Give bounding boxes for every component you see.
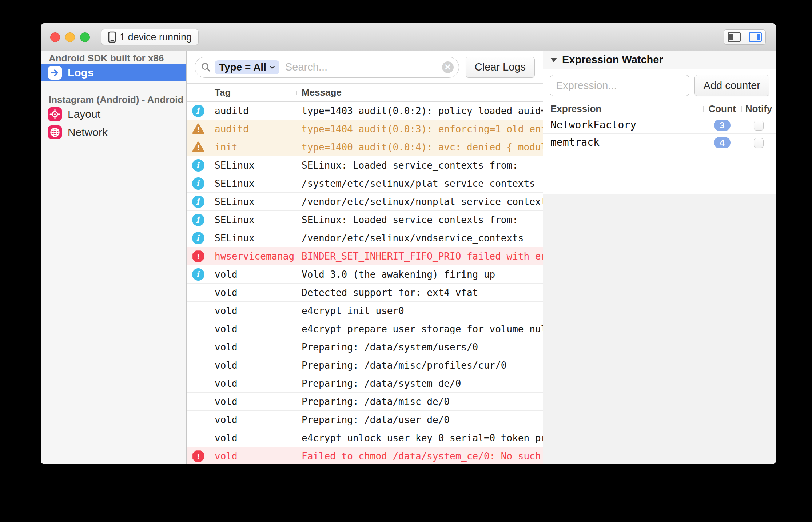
log-row[interactable]: i ! ! vold Vold 3.0 (the awakening) firi… [187, 265, 543, 284]
log-row[interactable]: i ! ! SELinux /system/etc/selinux/plat_s… [187, 174, 543, 193]
clear-logs-label: Clear Logs [475, 61, 526, 73]
log-tag: vold [210, 414, 296, 425]
log-tag: SELinux [210, 214, 296, 225]
zoom-window-button[interactable] [80, 32, 90, 42]
log-row[interactable]: i ! ! init type=1400 audit(0.0:4): avc: … [187, 138, 543, 156]
sidebar-item-logs[interactable]: Logs [41, 64, 186, 81]
notify-checkbox[interactable] [754, 121, 764, 130]
log-row[interactable]: i ! ! vold Preparing: /data/system_de/0 [187, 374, 543, 393]
info-icon: i [192, 105, 204, 117]
log-row[interactable]: i ! ! vold Preparing: /data/misc/profile… [187, 356, 543, 374]
warning-icon: ! [192, 141, 204, 153]
log-tag: vold [210, 451, 296, 462]
log-tag: SELinux [210, 160, 296, 171]
device-selector-label: 1 device running [120, 32, 192, 43]
log-row[interactable]: i ! ! SELinux /vendor/etc/selinux/vndser… [187, 229, 543, 247]
log-row[interactable]: i ! ! vold Preparing: /data/user_de/0 [187, 411, 543, 429]
plugin-sidebar: Android SDK built for x86 Logs Instagram… [41, 51, 187, 464]
search-input[interactable] [285, 61, 442, 73]
right-panel-toggle-button[interactable] [745, 30, 766, 44]
close-window-button[interactable] [50, 32, 60, 42]
watcher-table-body: NetworkFactory 3 memtrack 4 [543, 116, 776, 151]
watcher-column-expression: Expression [543, 103, 703, 115]
log-tag: vold [210, 342, 296, 353]
log-row[interactable]: i ! ! vold e4crypt_prepare_user_storage … [187, 320, 543, 338]
log-row[interactable]: i ! ! auditd type=1403 audit(0.0:2): pol… [187, 102, 543, 120]
log-row[interactable]: i ! ! vold Preparing: /data/misc_de/0 [187, 393, 543, 411]
log-tag: auditd [210, 124, 296, 134]
watcher-row[interactable]: NetworkFactory 3 [543, 116, 776, 134]
svg-text:!: ! [196, 126, 199, 133]
log-row[interactable]: i ! ! SELinux SELinux: Loaded service_co… [187, 156, 543, 174]
log-message: Preparing: /data/system_de/0 [296, 378, 543, 389]
expression-watcher-header[interactable]: Expression Watcher [543, 51, 776, 69]
log-message: e4crypt_init_user0 [296, 305, 543, 316]
watcher-column-count: Count [703, 103, 741, 115]
log-tag: SELinux [210, 196, 296, 207]
info-icon: i [192, 159, 204, 172]
log-message: /system/etc/selinux/plat_service_context… [296, 178, 543, 189]
log-tag: vold [210, 269, 296, 280]
log-message: Detected support for: ext4 vfat [296, 287, 543, 298]
error-icon: ! [192, 450, 204, 462]
info-icon: i [192, 196, 204, 208]
logs-panel: Type = All ✕ Clear Logs Tag Message [187, 51, 543, 464]
expression-watcher-title: Expression Watcher [562, 54, 663, 66]
device-selector-button[interactable]: 1 device running [101, 29, 199, 45]
left-panel-toggle-button[interactable] [724, 30, 745, 44]
expression-input[interactable] [550, 75, 689, 96]
type-filter-label: Type = All [219, 61, 266, 73]
sidebar-item-label: Network [68, 126, 108, 138]
info-icon: i [192, 177, 204, 190]
panel-toggle-group [724, 29, 766, 45]
watcher-expression: memtrack [543, 136, 703, 148]
log-column-message: Message [296, 87, 543, 98]
log-table-body: i ! ! auditd type=1403 audit(0.0:2): pol… [187, 102, 543, 464]
disclosure-triangle-icon [550, 58, 557, 62]
sidebar-item-label: Logs [68, 67, 94, 79]
clear-search-icon[interactable]: ✕ [442, 61, 454, 73]
log-row[interactable]: i ! ! hwservicemanag BINDER_SET_INHERIT_… [187, 247, 543, 265]
watcher-row[interactable]: memtrack 4 [543, 134, 776, 151]
expression-watcher-card: Add counter Expression Count Notify Netw… [543, 69, 776, 194]
log-row[interactable]: i ! ! auditd type=1404 audit(0.0:3): enf… [187, 120, 543, 138]
svg-text:!: ! [196, 452, 200, 461]
count-badge: 4 [714, 137, 731, 148]
minimize-window-button[interactable] [65, 32, 75, 42]
error-icon: ! [192, 250, 204, 262]
log-message: Preparing: /data/misc/profiles/cur/0 [296, 360, 543, 371]
log-row[interactable]: i ! ! vold e4crypt_unlock_user_key 0 ser… [187, 429, 543, 447]
log-row[interactable]: i ! ! vold Failed to chmod /data/system_… [187, 447, 543, 464]
app-section-header: Instagram (Android) - Android S… [49, 95, 186, 105]
add-counter-button[interactable]: Add counter [694, 75, 769, 96]
info-icon: i [192, 268, 204, 281]
log-message: SELinux: Loaded service_contexts from: [296, 160, 543, 171]
log-row[interactable]: i ! ! SELinux SELinux: Loaded service_co… [187, 211, 543, 229]
log-row[interactable]: i ! ! vold Detected support for: ext4 vf… [187, 284, 543, 302]
log-row[interactable]: i ! ! vold Preparing: /data/system/users… [187, 338, 543, 356]
device-section-header: Android SDK built for x86 [49, 53, 186, 63]
svg-text:!: ! [196, 144, 199, 151]
notify-checkbox[interactable] [754, 138, 764, 148]
log-table-header: Tag Message [187, 84, 543, 102]
log-message: /vendor/etc/selinux/nonplat_service_cont… [296, 196, 543, 207]
sidebar-right-icon [749, 32, 762, 42]
search-icon [201, 62, 211, 72]
clear-logs-button[interactable]: Clear Logs [466, 57, 535, 78]
add-counter-row: Add counter [543, 69, 776, 102]
target-icon [48, 107, 62, 121]
expression-watcher-panel: Expression Watcher Add counter Expressio… [543, 51, 776, 464]
log-message: e4crypt_prepare_user_storage for volume … [296, 324, 543, 334]
sidebar-item-network[interactable]: Network [41, 124, 186, 141]
count-badge: 3 [714, 120, 731, 131]
log-tag: vold [210, 378, 296, 389]
chevron-down-icon [269, 65, 275, 69]
type-filter-token[interactable]: Type = All [215, 60, 279, 74]
log-row[interactable]: i ! ! vold e4crypt_init_user0 [187, 302, 543, 320]
sidebar-item-layout[interactable]: Layout [41, 105, 186, 123]
search-box[interactable]: Type = All ✕ [195, 57, 459, 78]
titlebar: 1 device running [41, 23, 776, 51]
log-tag: vold [210, 360, 296, 371]
log-row[interactable]: i ! ! SELinux /vendor/etc/selinux/nonpla… [187, 193, 543, 211]
watcher-table-header: Expression Count Notify [543, 102, 776, 116]
